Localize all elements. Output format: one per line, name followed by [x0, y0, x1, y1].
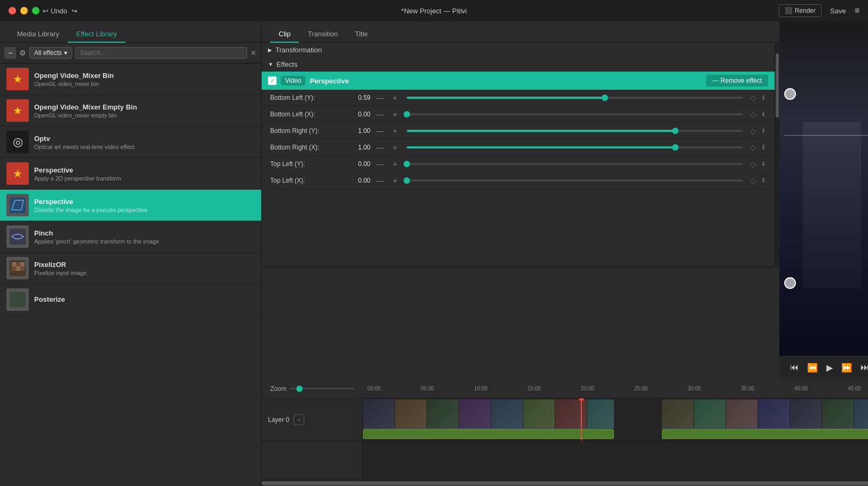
param-decrease-button[interactable]: —: [375, 160, 385, 168]
tab-clip[interactable]: Clip: [270, 26, 299, 42]
clip-block[interactable]: [363, 399, 614, 429]
effects-section-header[interactable]: ▼ Effects: [262, 57, 775, 72]
effect-info: Opengl Video_Mixer Bin OpenGL video_mixe…: [34, 72, 255, 87]
timeline-scrollbar[interactable]: [262, 480, 868, 486]
param-decrease-button[interactable]: —: [375, 143, 385, 152]
list-item[interactable]: ◎ Optv Optical art meets real-time video…: [0, 127, 261, 158]
search-clear-button[interactable]: ✕: [250, 49, 257, 57]
render-button[interactable]: ⬛ Render: [779, 4, 822, 17]
keyframe-button[interactable]: ⬇: [761, 127, 766, 135]
param-increase-button[interactable]: +: [390, 93, 400, 102]
effect-thumbnail: ★: [6, 68, 29, 90]
tab-media-label: Media Library: [17, 30, 59, 38]
param-slider[interactable]: [407, 179, 743, 182]
list-item[interactable]: Perspective Distorts the image for a pse…: [0, 190, 261, 221]
clip-thumb: [459, 399, 491, 428]
transform-handle[interactable]: [784, 88, 796, 100]
play-button[interactable]: ▶: [824, 360, 835, 375]
tab-transition[interactable]: Transition: [299, 26, 346, 42]
param-increase-button[interactable]: +: [390, 110, 400, 119]
svg-rect-3: [12, 262, 16, 266]
transformation-section-header[interactable]: ▶ Transformation: [262, 43, 775, 57]
keyframe-button[interactable]: ⬇: [761, 94, 766, 101]
zoom-control: Zoom: [262, 385, 363, 393]
param-slider[interactable]: [407, 146, 743, 148]
close-button[interactable]: [9, 7, 16, 14]
keyframe-diamond-button[interactable]: ◇: [749, 111, 756, 118]
effect-name: Optv: [34, 135, 255, 143]
layer-toggle-button[interactable]: −: [294, 414, 304, 425]
effect-enable-checkbox[interactable]: [268, 76, 277, 85]
param-slider[interactable]: [407, 130, 743, 132]
list-item[interactable]: PixelizOR Pixelize input image.: [0, 253, 261, 284]
effect-info: Perspective Apply a 2D perspective trans…: [34, 166, 255, 182]
undo-button[interactable]: ↩ Undo: [43, 7, 67, 15]
keyframe-button[interactable]: ⬇: [761, 111, 766, 118]
props-scrollbar[interactable]: [775, 43, 779, 266]
param-increase-button[interactable]: +: [390, 160, 400, 168]
list-item[interactable]: ★ Opengl Video_Mixer Bin OpenGL video_mi…: [0, 64, 261, 95]
timeline-header: Zoom 00:00 05:00 10:00 15:00 20:00 25:00…: [262, 379, 868, 398]
keyframe-button[interactable]: ⬇: [761, 177, 766, 184]
param-label: Bottom Right (X):: [270, 144, 340, 151]
filter-dropdown[interactable]: All effects ▾: [29, 47, 72, 59]
keyframe-diamond-button[interactable]: ◇: [749, 144, 756, 151]
keyframe-button[interactable]: ⬇: [761, 144, 766, 151]
keyframe-diamond-button[interactable]: ◇: [749, 177, 756, 184]
clip-thumb: [491, 399, 523, 428]
effect-info: Pinch Applies 'pinch' geometric transfor…: [34, 229, 255, 245]
skip-forward-button[interactable]: ⏭: [858, 360, 868, 374]
tab-title-label: Title: [355, 30, 368, 38]
redo-button[interactable]: ↪: [72, 7, 77, 15]
param-slider[interactable]: [407, 163, 743, 165]
param-increase-button[interactable]: +: [390, 143, 400, 152]
param-decrease-button[interactable]: —: [375, 176, 385, 185]
step-forward-button[interactable]: ⏩: [839, 360, 854, 375]
keyframe-diamond-button[interactable]: ◇: [749, 94, 756, 101]
center-right-area: Clip Transition Title ▶ Transformati: [262, 21, 868, 486]
filter-icon-button[interactable]: ⚙: [19, 49, 26, 57]
skip-back-button[interactable]: ⏮: [788, 360, 801, 374]
tab-title[interactable]: Title: [346, 26, 376, 42]
maximize-button[interactable]: [32, 7, 40, 14]
ruler-mark: 00:00: [367, 386, 421, 391]
menu-button[interactable]: ≡: [855, 6, 859, 15]
tab-effect-library[interactable]: Effect Library: [68, 26, 125, 42]
effect-thumbnail: ★: [6, 162, 29, 185]
remove-effect-button[interactable]: — Remove effect: [706, 75, 768, 87]
keyframe-diamond-button[interactable]: ◇: [749, 127, 756, 135]
list-item[interactable]: Posterize: [0, 284, 261, 316]
effect-thumbnail: ★: [6, 99, 29, 122]
save-button[interactable]: Save: [830, 7, 846, 15]
effect-thumbnail: [6, 288, 29, 311]
playhead[interactable]: [581, 398, 582, 441]
param-decrease-button[interactable]: —: [375, 127, 385, 135]
keyframe-diamond-button[interactable]: ◇: [749, 160, 756, 168]
param-decrease-button[interactable]: —: [375, 110, 385, 119]
ruler-mark: 25:00: [634, 386, 688, 391]
tab-media-library[interactable]: Media Library: [9, 26, 68, 42]
person-silhouette: [803, 122, 861, 289]
list-item[interactable]: Pinch Applies 'pinch' geometric transfor…: [0, 221, 261, 253]
param-increase-button[interactable]: +: [390, 176, 400, 185]
param-decrease-button[interactable]: —: [375, 93, 385, 102]
param-slider[interactable]: [407, 97, 743, 99]
clip-block[interactable]: [662, 399, 868, 429]
list-item[interactable]: ★ Opengl Video_Mixer Empty Bin OpenGL vi…: [0, 95, 261, 127]
param-slider[interactable]: [407, 113, 743, 115]
effect-name: Opengl Video_Mixer Bin: [34, 72, 255, 80]
param-row: Bottom Left (Y): 0.59 — + ◇ ⬇: [262, 90, 775, 106]
timeline-body: Layer 0 −: [262, 398, 868, 480]
param-increase-button[interactable]: +: [390, 127, 400, 135]
transform-handle[interactable]: [784, 277, 796, 289]
zoom-slider[interactable]: [290, 388, 354, 389]
video-track: [363, 398, 868, 441]
keyframe-button[interactable]: ⬇: [761, 160, 766, 168]
collapse-button[interactable]: −: [4, 47, 16, 59]
search-input[interactable]: [75, 47, 247, 59]
ruler-mark: 45:00: [848, 386, 868, 391]
list-item[interactable]: ★ Perspective Apply a 2D perspective tra…: [0, 158, 261, 190]
minimize-button[interactable]: [20, 7, 28, 14]
top-section: Clip Transition Title ▶ Transformati: [262, 21, 868, 379]
step-back-button[interactable]: ⏪: [805, 360, 820, 375]
